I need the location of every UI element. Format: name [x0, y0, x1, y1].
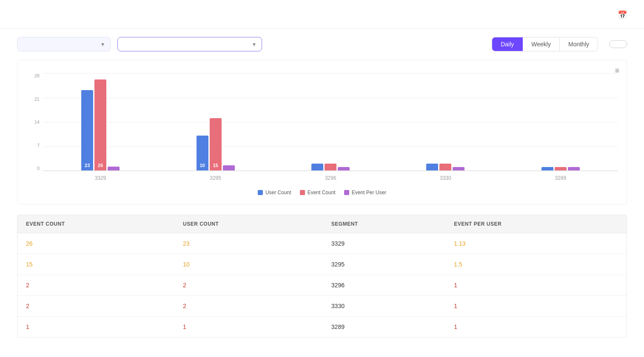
y-label-21: 21 [34, 96, 40, 102]
user-count-bar-3329: 23 [81, 90, 93, 170]
legend-label: Event Count [308, 190, 336, 196]
event-count-bar-3296 [325, 164, 336, 170]
event-count-bar-3330 [439, 164, 451, 170]
export-button[interactable] [609, 40, 627, 48]
event-count-label-3295: 15 [213, 163, 218, 168]
table-header: EVENT COUNT USER COUNT SEGMENT EVENT PER… [17, 215, 627, 233]
legend-color-dot [258, 190, 263, 195]
user-count-label-3329: 23 [85, 163, 90, 168]
data-table: EVENT COUNT USER COUNT SEGMENT EVENT PER… [17, 215, 627, 337]
legend-color-dot [344, 190, 349, 195]
event-dropdown[interactable]: ▾ [117, 37, 262, 51]
event-per-user-bar-3330 [453, 167, 464, 170]
y-label-28: 28 [34, 73, 40, 78]
x-label-3289: 3289 [555, 175, 566, 181]
bar-group-3330 [426, 164, 464, 170]
cell-user-count: 23 [174, 233, 323, 254]
cell-event-count: 1 [17, 317, 174, 337]
cell-segment: 3296 [323, 275, 446, 296]
cell-event-per-user: 1.13 [445, 233, 627, 254]
event-per-user-bar-3296 [338, 167, 350, 170]
x-label-3329: 3329 [95, 175, 106, 181]
daily-button[interactable]: Daily [492, 37, 523, 51]
y-label-0: 0 [37, 166, 40, 171]
event-count-label-3329: 26 [98, 163, 103, 168]
x-labels: 33293295329633303289 [43, 173, 618, 184]
user-count-label-3295: 10 [199, 163, 205, 168]
x-label-3330: 3330 [440, 175, 451, 181]
col-segment: SEGMENT [323, 215, 446, 233]
chart-area: ≡ 28 21 14 7 0 23261015 3329 [17, 60, 627, 204]
legend-item-user-count: User Count [258, 190, 291, 196]
chart-body: 23261015 [43, 73, 618, 171]
user-count-bar-3330 [426, 164, 438, 170]
cell-event-per-user: 1 [445, 317, 627, 337]
cell-user-count: 2 [174, 296, 323, 317]
event-per-user-bar-3289 [568, 167, 580, 170]
legend-item-event-per-user: Event Per User [344, 190, 386, 196]
event-dropdown-arrow: ▾ [253, 41, 256, 48]
user-count-bar-3295: 10 [197, 136, 208, 170]
cell-segment: 3329 [323, 233, 446, 254]
event-per-user-bar-3295 [223, 165, 235, 170]
cell-event-count: 2 [17, 296, 174, 317]
cell-event-count: 15 [17, 254, 174, 275]
table-section: EVENT COUNT USER COUNT SEGMENT EVENT PER… [17, 215, 627, 337]
table-row: 2233301 [17, 296, 627, 317]
bar-group-3296 [311, 164, 350, 170]
table-row: 1132891 [17, 317, 627, 337]
cell-event-count: 26 [17, 233, 174, 254]
cell-user-count: 2 [174, 275, 323, 296]
event-per-user-bar-3329 [108, 167, 120, 170]
event-count-bar-3329: 26 [94, 79, 106, 170]
legend-color-dot [300, 190, 305, 195]
table-row: 2232961 [17, 275, 627, 296]
legend-item-event-count: Event Count [300, 190, 336, 196]
legend-label: User Count [265, 190, 291, 196]
page: 📅 ▾ ▾ Daily Weekly Monthly ≡ [0, 0, 644, 357]
period-buttons: Daily Weekly Monthly [492, 37, 598, 51]
table-body: 262333291.13151032951.522329612233301113… [17, 233, 627, 337]
cell-segment: 3330 [323, 296, 446, 317]
cell-event-per-user: 1.5 [445, 254, 627, 275]
col-event-count: EVENT COUNT [17, 215, 174, 233]
bar-group-3295: 1015 [197, 118, 235, 170]
x-label-3295: 3295 [210, 175, 221, 181]
header-right: 📅 [613, 10, 627, 20]
header: 📅 [0, 0, 644, 28]
event-count-bar-3295: 15 [210, 118, 222, 170]
table-header-row: EVENT COUNT USER COUNT SEGMENT EVENT PER… [17, 215, 627, 233]
controls-bar: ▾ ▾ Daily Weekly Monthly [0, 28, 644, 60]
x-label-3296: 3296 [325, 175, 336, 181]
user-count-bar-3296 [311, 164, 323, 170]
weekly-button[interactable]: Weekly [523, 37, 560, 51]
calendar-icon[interactable]: 📅 [618, 10, 627, 20]
chart-wrapper: 28 21 14 7 0 23261015 332932953296333032… [26, 73, 618, 184]
bar-group-3329: 2326 [81, 79, 120, 170]
chart-legend: User CountEvent CountEvent Per User [26, 190, 618, 200]
cell-event-count: 2 [17, 275, 174, 296]
col-event-per-user: EVENT PER USER [445, 215, 627, 233]
cell-user-count: 10 [174, 254, 323, 275]
cell-event-per-user: 1 [445, 275, 627, 296]
y-axis: 28 21 14 7 0 [26, 73, 43, 171]
cell-segment: 3289 [323, 317, 446, 337]
table-row: 151032951.5 [17, 254, 627, 275]
y-label-14: 14 [34, 119, 40, 125]
bar-group-3289 [541, 167, 580, 170]
cell-segment: 3295 [323, 254, 446, 275]
event-count-bar-3289 [555, 167, 567, 170]
monthly-button[interactable]: Monthly [560, 37, 598, 51]
legend-label: Event Per User [352, 190, 386, 196]
user-count-bar-3289 [541, 167, 553, 170]
grid-line-4 [43, 171, 618, 171]
y-label-7: 7 [37, 143, 40, 148]
company-dropdown-arrow: ▾ [101, 41, 104, 48]
table-row: 262333291.13 [17, 233, 627, 254]
cell-user-count: 1 [174, 317, 323, 337]
col-user-count: USER COUNT [174, 215, 323, 233]
company-dropdown[interactable]: ▾ [17, 37, 111, 51]
cell-event-per-user: 1 [445, 296, 627, 317]
